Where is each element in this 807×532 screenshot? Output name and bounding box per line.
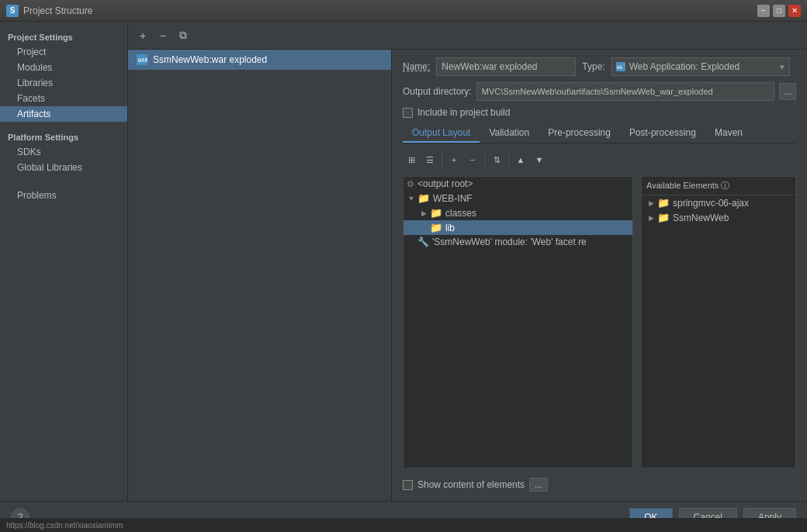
folder-icon-springmvc: 📁 [657,197,670,209]
content-area: + − ⧉ WAR SsmNewWeb:war exploded [128,22,807,501]
available-elements-pane: Available Elements ⓘ ▶ 📁 springmvc-06-aj… [641,176,796,468]
toolbar-separator-3 [508,154,509,166]
type-label: Type: [582,61,604,72]
chevron-right-icon: ▶ [419,209,428,218]
artifact-war-icon: WAR [136,54,148,66]
artifact-list-item[interactable]: WAR SsmNewWeb:war exploded [128,50,391,70]
add-artifact-button[interactable]: + [134,27,151,44]
tab-pre-processing[interactable]: Pre-processing [539,124,620,143]
tree-label-classes: classes [445,208,476,219]
folder-icon-lib: 📁 [430,222,442,233]
folder-icon: 📁 [417,192,430,204]
avail-label-ssmnewweb: SsmNewWeb [673,212,729,223]
app-icon: S [6,5,19,17]
tree-item-classes[interactable]: ▶ 📁 classes [404,206,632,220]
tab-validation[interactable]: Validation [480,124,539,143]
output-list-btn[interactable]: ☰ [421,152,438,168]
show-content-checkbox[interactable] [403,480,413,490]
output-dir-input[interactable] [476,82,774,101]
output-sort-btn[interactable]: ⇅ [488,152,505,168]
output-up-btn[interactable]: ▲ [512,152,529,168]
tree-label-module: 'SsmNewWeb' module: 'Web' facet re [432,237,587,247]
artifacts-toolbar: + − ⧉ [128,22,807,50]
spacer [419,223,428,233]
title-bar-text: Project Structure [23,5,753,16]
type-value: Web Application: Exploded [629,61,740,72]
gear-icon: ⚙ [407,179,414,189]
platform-settings-title: Platform Settings [0,128,127,144]
type-dropdown[interactable]: WA Web Application: Exploded ▼ [611,57,790,76]
svg-text:WAR: WAR [138,57,148,64]
include-in-build-label: Include in project build [417,107,510,118]
remove-artifact-button[interactable]: − [154,27,171,44]
output-add-btn[interactable]: + [445,152,462,168]
chevron-right-icon-3: ▶ [646,213,656,223]
tree-item-module[interactable]: 🔧 'SsmNewWeb' module: 'Web' facet re [404,235,632,249]
output-dir-browse-button[interactable]: … [779,83,796,100]
tree-label-output-root: <output root> [417,178,473,189]
output-grid-btn[interactable]: ⊞ [403,152,420,168]
sidebar-item-project[interactable]: Project [0,44,127,60]
folder-icon-ssmnewweb: 📁 [657,212,670,223]
sidebar-item-global-libraries[interactable]: Global Libraries [0,160,127,175]
name-label: Name: [403,61,430,72]
sidebar-item-problems[interactable]: Problems [0,188,127,203]
tree-label-web-inf: WEB-INF [433,193,473,204]
tab-maven[interactable]: Maven [705,124,752,143]
url-text: https://blog.csdn.net/xiaoxiamimm [6,521,123,530]
output-remove-btn[interactable]: − [464,152,481,168]
tree-item-web-inf[interactable]: ▼ 📁 WEB-INF [404,191,632,206]
output-tree: ⚙ <output root> ▼ 📁 WEB-INF ▶ [403,176,633,468]
avail-item-ssmnewweb[interactable]: ▶ 📁 SsmNewWeb [642,210,795,225]
output-layout-toolbar: ⊞ ☰ + − ⇅ ▲ ▼ [403,150,796,170]
include-in-build-checkbox[interactable] [403,108,413,118]
url-bar: https://blog.csdn.net/xiaoxiamimm [0,518,807,532]
tabs-bar: Output Layout Validation Pre-processing … [403,124,796,143]
chevron-right-icon-2: ▶ [646,199,656,208]
sidebar-item-libraries[interactable]: Libraries [0,75,127,91]
bottom-row: Show content of elements ... [403,475,796,493]
copy-artifact-button[interactable]: ⧉ [175,27,192,44]
svg-text:WA: WA [617,64,623,70]
artifact-details-pane: Name: Type: WA Web Application: Exploded [392,50,807,501]
sidebar-item-facets[interactable]: Facets [0,91,127,106]
tree-area: ⚙ <output root> ▼ 📁 WEB-INF ▶ [403,176,796,468]
tree-label-lib: lib [445,223,455,233]
spacer-2 [407,237,416,247]
folder-icon-classes: 📁 [430,207,442,219]
dots-button[interactable]: ... [529,478,548,492]
chevron-down-icon: ▼ [407,194,416,203]
artifact-name: SsmNewWeb:war exploded [153,54,267,65]
sidebar-item-artifacts[interactable]: Artifacts [0,106,127,122]
tab-output-layout[interactable]: Output Layout [403,124,480,143]
maximize-button[interactable]: □ [773,5,785,17]
split-pane: WAR SsmNewWeb:war exploded Name: Type: [128,50,807,501]
dropdown-arrow-icon: ▼ [778,63,786,71]
include-in-build-row: Include in project build [403,107,796,118]
sidebar-item-modules[interactable]: Modules [0,60,127,75]
minimize-button[interactable]: − [757,5,770,17]
avail-item-springmvc[interactable]: ▶ 📁 springmvc-06-ajax [642,195,795,210]
window-controls: − □ ✕ [757,5,801,17]
tree-item-output-root[interactable]: ⚙ <output root> [404,177,632,191]
available-elements-title: Available Elements ⓘ [642,177,795,195]
sidebar-item-sdks[interactable]: SDKs [0,144,127,160]
close-button[interactable]: ✕ [788,5,801,17]
tree-item-lib[interactable]: 📁 lib [404,220,632,235]
artifact-list-pane: WAR SsmNewWeb:war exploded [128,50,392,501]
toolbar-separator [442,154,442,166]
toolbar-separator-2 [484,154,485,166]
show-content-label: Show content of elements [417,479,525,490]
output-down-btn[interactable]: ▼ [531,152,548,168]
tab-post-processing[interactable]: Post-processing [620,124,705,143]
title-bar: S Project Structure − □ ✕ [0,0,807,22]
project-settings-title: Project Settings [0,28,127,44]
avail-label-springmvc: springmvc-06-ajax [673,198,749,209]
sidebar: Project Settings Project Modules Librari… [0,22,128,501]
output-dir-label: Output directory: [403,86,472,97]
name-input[interactable] [436,57,576,76]
name-type-row: Name: Type: WA Web Application: Exploded [403,57,796,76]
output-dir-row: Output directory: … [403,82,796,101]
